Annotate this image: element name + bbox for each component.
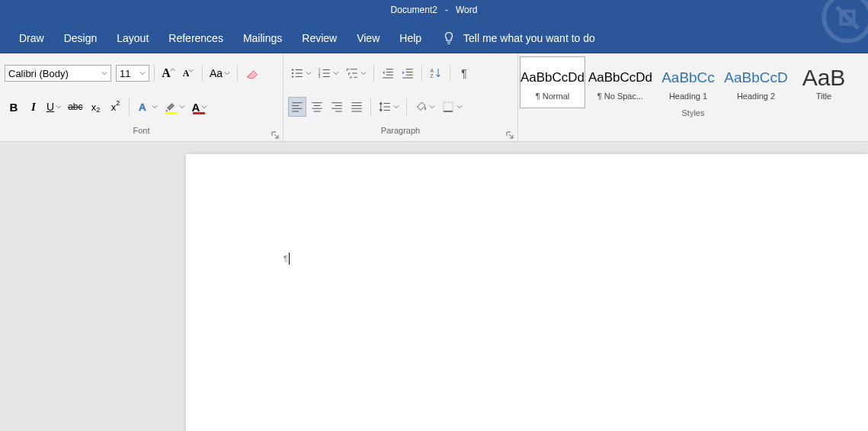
svg-point-4	[292, 72, 293, 74]
italic-button[interactable]: I	[24, 97, 43, 117]
style-preview: AaBbCcDd	[520, 64, 585, 92]
chevron-down-icon	[360, 70, 367, 76]
show-marks-button[interactable]: ¶	[455, 63, 473, 83]
tell-me[interactable]: Tell me what you want to do	[442, 31, 595, 45]
svg-text:3: 3	[319, 75, 321, 79]
style-heading-2[interactable]: AaBbCcDHeading 2	[723, 56, 789, 108]
style-name: ¶ Normal	[536, 92, 569, 101]
font-dialog-launcher[interactable]	[271, 130, 280, 140]
svg-rect-11	[444, 102, 453, 111]
font-color-swatch	[193, 112, 205, 114]
align-left-button[interactable]	[288, 97, 306, 117]
grow-font-button[interactable]: A	[159, 63, 178, 83]
eraser-icon	[245, 66, 260, 81]
tab-design[interactable]: Design	[54, 23, 107, 53]
strikethrough-button[interactable]: abc	[66, 97, 85, 117]
indent-icon	[401, 66, 415, 80]
align-right-button[interactable]	[328, 97, 346, 117]
tab-mailings[interactable]: Mailings	[233, 23, 292, 53]
font-family-combo[interactable]: Calibri (Body)	[5, 65, 111, 82]
caret-up-icon	[170, 67, 175, 72]
highlight-button[interactable]	[162, 97, 187, 117]
style-preview: AaB	[802, 64, 846, 92]
svg-point-3	[292, 69, 293, 70]
tab-review[interactable]: Review	[292, 23, 347, 53]
style-preview: AaBbCc	[661, 64, 715, 92]
style-name: Heading 2	[737, 92, 775, 101]
doc-name: Document2	[391, 5, 437, 15]
chevron-down-icon	[429, 104, 435, 110]
sort-button[interactable]: AZ	[427, 63, 445, 83]
outdent-icon	[381, 66, 395, 80]
style-title[interactable]: AaBTitle	[791, 56, 857, 108]
chevron-down-icon	[56, 104, 62, 110]
tell-me-label: Tell me what you want to do	[463, 32, 595, 44]
superscript-button[interactable]: x2	[106, 97, 124, 117]
text-effects-icon: A	[136, 100, 150, 114]
separator	[450, 65, 450, 82]
watermark-icon	[821, 0, 868, 44]
underline-button[interactable]: U	[44, 97, 64, 117]
style-name: Heading 1	[669, 92, 707, 101]
group-styles-label: Styles	[518, 108, 868, 124]
style-preview: AaBbCcD	[724, 64, 787, 92]
clear-formatting-button[interactable]	[242, 63, 262, 83]
paint-bucket-icon	[414, 100, 428, 114]
style--normal[interactable]: AaBbCcDd¶ Normal	[520, 56, 585, 108]
separator	[373, 65, 374, 82]
bullets-button[interactable]	[288, 63, 314, 83]
group-paragraph-label: Paragraph	[283, 126, 517, 141]
numbering-button[interactable]: 123	[315, 63, 341, 83]
tab-draw[interactable]: Draw	[9, 23, 54, 53]
borders-icon	[441, 100, 455, 114]
tab-layout[interactable]: Layout	[107, 23, 159, 53]
style-heading-1[interactable]: AaBbCcHeading 1	[655, 56, 721, 108]
font-family-value: Calibri (Body)	[8, 68, 69, 79]
group-styles: AaBbCcDd¶ NormalAaBbCcDd¶ No Spac...AaBb…	[518, 53, 868, 141]
line-spacing-button[interactable]	[376, 97, 402, 117]
tab-help[interactable]: Help	[389, 23, 431, 53]
text-effects-button[interactable]: A	[134, 97, 160, 117]
paragraph-dialog-launcher[interactable]	[505, 130, 514, 140]
style--no-spac-[interactable]: AaBbCcDd¶ No Spac...	[588, 56, 653, 108]
group-font-label: Font	[0, 126, 283, 141]
svg-text:A: A	[139, 101, 146, 113]
tab-references[interactable]: References	[159, 23, 233, 53]
separator	[129, 98, 130, 115]
tab-view[interactable]: View	[347, 23, 389, 53]
align-center-button[interactable]	[308, 97, 326, 117]
document-page[interactable]	[186, 154, 868, 431]
subscript-button[interactable]: x2	[86, 97, 104, 117]
title-bar: Document2 - Word	[0, 0, 868, 23]
justify-button[interactable]	[348, 97, 366, 117]
separator	[370, 98, 371, 115]
highlight-color-swatch	[165, 112, 178, 114]
line-spacing-icon	[378, 100, 392, 114]
text-caret	[289, 252, 290, 265]
multilevel-list-button[interactable]	[343, 63, 369, 83]
shading-button[interactable]	[412, 97, 437, 117]
chevron-down-icon	[306, 70, 312, 76]
chevron-down-icon	[224, 70, 230, 76]
change-case-button[interactable]: Aa	[207, 63, 232, 83]
chevron-down-icon	[179, 104, 185, 110]
launcher-icon	[271, 131, 279, 139]
svg-point-0	[824, 0, 868, 41]
decrease-indent-button[interactable]	[379, 63, 397, 83]
font-color-button[interactable]: A	[189, 97, 210, 117]
increase-indent-button[interactable]	[399, 63, 417, 83]
insertion-point: ¶	[283, 252, 290, 265]
sort-icon: AZ	[429, 66, 443, 80]
shrink-font-button[interactable]: A	[179, 63, 197, 83]
align-center-icon	[310, 100, 324, 114]
align-left-icon	[290, 100, 304, 114]
bold-button[interactable]: B	[5, 97, 23, 117]
bullets-icon	[290, 66, 304, 80]
font-size-combo[interactable]: 11	[116, 65, 149, 82]
numbering-icon: 123	[318, 66, 332, 80]
separator	[202, 65, 203, 82]
borders-button[interactable]	[439, 97, 465, 117]
separator	[406, 98, 407, 115]
chevron-down-icon	[201, 104, 207, 110]
group-paragraph: 123 AZ ¶	[283, 53, 518, 141]
